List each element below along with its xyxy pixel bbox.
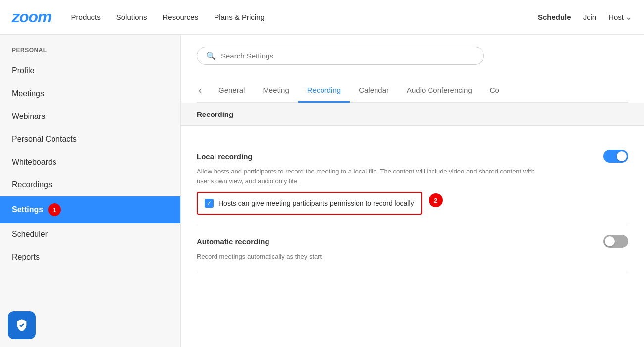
local-recording-desc: Allow hosts and participants to record t… — [197, 167, 543, 186]
tab-arrow-left[interactable]: ‹ — [197, 79, 204, 102]
sidebar-item-whiteboards[interactable]: Whiteboards — [0, 151, 180, 174]
nav-resources[interactable]: Resources — [162, 13, 198, 21]
tabs: ‹ General Meeting Recording Calendar Aud… — [197, 79, 628, 103]
header-right: Schedule Join Host ⌄ — [538, 13, 632, 22]
schedule-button[interactable]: Schedule — [538, 13, 571, 21]
host-button[interactable]: Host ⌄ — [608, 13, 632, 22]
tab-audio-conferencing[interactable]: Audio Conferencing — [398, 79, 481, 103]
search-icon: 🔍 — [206, 51, 216, 60]
automatic-recording-label: Automatic recording — [197, 237, 269, 246]
tab-recording[interactable]: Recording — [298, 79, 350, 103]
main-content: 🔍 ‹ General Meeting Recording Calendar A… — [181, 35, 644, 347]
local-recording-checkbox: ✓ — [205, 199, 214, 208]
check-icon: ✓ — [207, 200, 212, 207]
zoom-logo[interactable]: zoom — [12, 8, 52, 26]
automatic-recording-toggle[interactable] — [603, 235, 628, 248]
layout: PERSONAL Profile Meetings Webinars Perso… — [0, 35, 644, 347]
sidebar-item-personal-contacts[interactable]: Personal Contacts — [0, 128, 180, 151]
automatic-recording-toggle-slider — [603, 235, 628, 248]
sub-option-area: ✓ Hosts can give meeting participants pe… — [197, 186, 628, 215]
sidebar-item-webinars[interactable]: Webinars — [0, 105, 180, 128]
tab-meeting[interactable]: Meeting — [254, 79, 298, 103]
shield-check-icon — [15, 318, 29, 332]
sidebar-item-settings[interactable]: Settings 1 — [0, 196, 180, 223]
sidebar-section-personal: PERSONAL — [0, 47, 180, 59]
nav-links: Products Solutions Resources Plans & Pri… — [71, 13, 538, 21]
local-recording-label: Local recording — [197, 152, 253, 161]
local-recording-toggle-slider — [603, 150, 628, 163]
sidebar-item-recordings[interactable]: Recordings — [0, 174, 180, 196]
automatic-recording-desc: Record meetings automatically as they st… — [197, 252, 543, 262]
header: zoom Products Solutions Resources Plans … — [0, 0, 644, 35]
search-input[interactable] — [221, 52, 475, 60]
sidebar-item-meetings[interactable]: Meetings — [0, 82, 180, 105]
nav-solutions[interactable]: Solutions — [116, 13, 147, 21]
chevron-down-icon: ⌄ — [626, 13, 632, 22]
join-button[interactable]: Join — [583, 13, 597, 21]
search-bar[interactable]: 🔍 — [197, 47, 484, 65]
sidebar: PERSONAL Profile Meetings Webinars Perso… — [0, 35, 181, 347]
tab-calendar[interactable]: Calendar — [350, 79, 398, 103]
local-recording-sub-label: Hosts can give meeting participants perm… — [218, 199, 414, 207]
sub-option-badge: 2 — [429, 193, 443, 207]
local-recording-toggle[interactable] — [603, 150, 628, 163]
setting-local-recording: Local recording Allow hosts and particip… — [197, 140, 628, 225]
local-recording-sub-option[interactable]: ✓ Hosts can give meeting participants pe… — [197, 192, 422, 215]
sidebar-item-profile[interactable]: Profile — [0, 59, 180, 82]
security-widget[interactable] — [8, 311, 36, 339]
tab-general[interactable]: General — [210, 79, 254, 103]
sidebar-item-reports[interactable]: Reports — [0, 246, 180, 269]
sidebar-item-scheduler[interactable]: Scheduler — [0, 223, 180, 246]
section-header-recording: Recording — [181, 103, 644, 126]
nav-products[interactable]: Products — [71, 13, 101, 21]
settings-badge: 1 — [48, 203, 61, 216]
tab-co[interactable]: Co — [481, 79, 508, 103]
setting-automatic-recording: Automatic recording Record meetings auto… — [197, 225, 628, 272]
nav-plans-pricing[interactable]: Plans & Pricing — [214, 13, 265, 21]
